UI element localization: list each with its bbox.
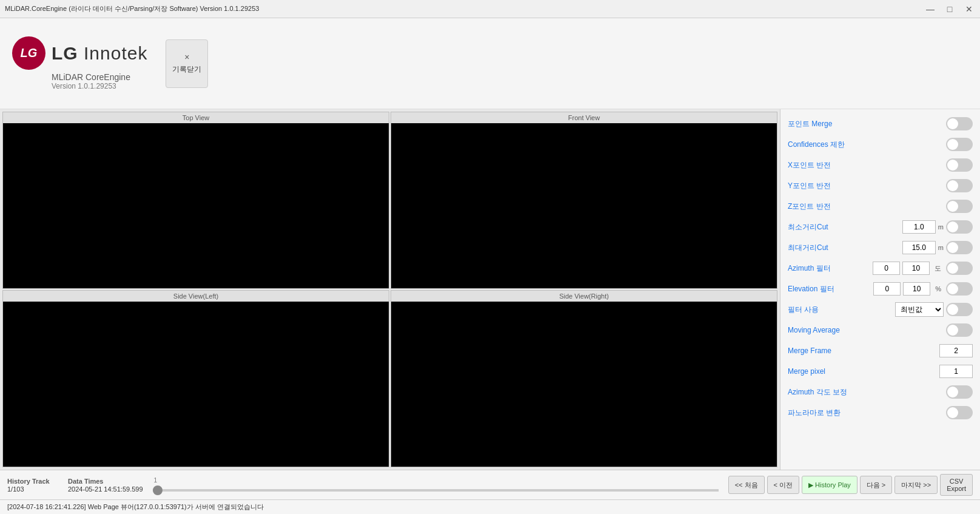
x-point-reverse-label: X포인트 반전: [788, 160, 946, 171]
header: LG LG Innotek MLiDAR CoreEngine Version …: [0, 18, 980, 109]
filter-use-select[interactable]: 최빈값 평균값 최대값 최소값: [895, 302, 944, 317]
record-close-icon: ×: [184, 52, 189, 62]
timeline-slider[interactable]: [153, 489, 719, 492]
azimuth-to-input[interactable]: [902, 262, 930, 275]
elevation-to-input[interactable]: [903, 282, 930, 296]
moving-average-label: Moving Average: [788, 326, 946, 334]
azimuth-filter-toggle[interactable]: [946, 262, 973, 275]
record-tab-label: 기록닫기: [172, 64, 201, 75]
panorama-convert-toggle[interactable]: [946, 406, 973, 419]
filter-use-row: 필터 사용 최빈값 평균값 최대값 최소값: [788, 301, 973, 318]
front-view-canvas: [391, 123, 777, 288]
merge-frame-row: Merge Frame: [788, 342, 973, 359]
azimuth-filter-row: Azimuth 필터 도: [788, 260, 973, 277]
track-info-section: History Track 1/103 Data Times 2024-05-2…: [7, 478, 143, 493]
azimuth-correction-row: Azimuth 각도 보정: [788, 384, 973, 401]
top-view-panel: Top View: [2, 112, 389, 289]
z-point-reverse-label: Z포인트 반전: [788, 201, 946, 212]
record-tab[interactable]: × 기록닫기: [166, 39, 208, 88]
minimize-button[interactable]: —: [924, 3, 936, 15]
azimuth-from-input[interactable]: [873, 262, 900, 275]
azimuth-correction-toggle[interactable]: [946, 385, 973, 399]
point-merge-row: 포인트 Merge: [788, 115, 973, 132]
merge-pixel-label: Merge pixel: [788, 367, 939, 376]
side-view-right-label: Side View(Right): [391, 291, 777, 302]
side-view-right-canvas: [391, 302, 777, 467]
azimuth-filter-label: Azimuth 필터: [788, 263, 873, 274]
confidences-limit-toggle[interactable]: [946, 138, 973, 151]
min-distance-label: 최소거리Cut: [788, 222, 902, 232]
title-bar: MLiDAR.CoreEngine (라이다 데이터 수신/Parsing/저장…: [0, 0, 980, 18]
min-distance-row: 최소거리Cut m: [788, 218, 973, 235]
history-play-button[interactable]: ▶ History Play: [802, 476, 858, 494]
side-view-left-canvas: [3, 302, 389, 467]
app-title: MLiDAR.CoreEngine (라이다 데이터 수신/Parsing/저장…: [5, 4, 259, 13]
first-button[interactable]: << 처음: [728, 476, 765, 494]
history-track-info: History Track 1/103: [7, 478, 56, 493]
merge-pixel-input[interactable]: [939, 365, 973, 378]
point-merge-label: 포인트 Merge: [788, 119, 946, 129]
filter-use-label: 필터 사용: [788, 305, 895, 315]
slider-tick: 1: [154, 477, 158, 484]
data-times-info: Data Times 2024-05-21 14:51:59.599: [68, 478, 143, 493]
y-point-reverse-label: Y포인트 반전: [788, 181, 946, 191]
elevation-filter-inputs: %: [873, 282, 973, 296]
history-track-label: History Track: [7, 478, 56, 485]
merge-pixel-row: Merge pixel: [788, 363, 973, 380]
data-times-label: Data Times: [68, 478, 143, 485]
brand-name: LG Innotek: [52, 43, 147, 64]
max-distance-label: 최대거리Cut: [788, 243, 902, 253]
moving-average-toggle[interactable]: [946, 323, 973, 337]
side-view-left-panel: Side View(Left): [2, 290, 389, 467]
z-point-reverse-toggle[interactable]: [946, 200, 973, 213]
point-merge-toggle[interactable]: [946, 117, 973, 130]
min-distance-unit: m: [938, 223, 944, 231]
azimuth-unit: 도: [935, 264, 941, 273]
elevation-filter-row: Elevation 필터 %: [788, 280, 973, 297]
status-message: [2024-07-18 16:21:41.226] Web Page 뷰어(12…: [7, 503, 264, 510]
views-area: Top View Front View Side View(Left) Side…: [0, 109, 780, 470]
max-distance-toggle[interactable]: [946, 241, 973, 254]
min-distance-input[interactable]: [902, 220, 936, 234]
x-point-reverse-row: X포인트 반전: [788, 157, 973, 174]
logo-area: LG LG Innotek MLiDAR CoreEngine Version …: [12, 36, 147, 90]
elevation-filter-toggle[interactable]: [946, 282, 973, 296]
z-point-reverse-row: Z포인트 반전: [788, 198, 973, 215]
y-point-reverse-toggle[interactable]: [946, 179, 973, 192]
bottom-area: History Track 1/103 Data Times 2024-05-2…: [0, 470, 980, 499]
azimuth-correction-label: Azimuth 각도 보정: [788, 387, 946, 397]
max-distance-row: 최대거리Cut m: [788, 239, 973, 256]
merge-frame-label: Merge Frame: [788, 347, 939, 355]
product-version: Version 1.0.1.29253: [12, 82, 116, 90]
x-point-reverse-toggle[interactable]: [946, 158, 973, 172]
filter-use-toggle[interactable]: [946, 303, 973, 316]
max-distance-unit: m: [938, 244, 944, 251]
csv-export-button[interactable]: CSV Export: [940, 474, 973, 496]
close-button[interactable]: ✕: [963, 3, 975, 15]
confidences-limit-label: Confidences 제한: [788, 140, 946, 150]
last-button[interactable]: 마지막 >>: [894, 476, 938, 494]
panorama-convert-label: 파노라마로 변환: [788, 408, 946, 418]
maximize-button[interactable]: □: [944, 3, 956, 15]
history-track-value: 1/103: [7, 485, 56, 493]
prev-button[interactable]: < 이전: [767, 476, 799, 494]
max-distance-input[interactable]: [902, 241, 936, 254]
bottom-views-row: Side View(Left) Side View(Right): [2, 290, 777, 467]
playback-controls: << 처음 < 이전 ▶ History Play 다음 > 마지막 >> CS…: [728, 473, 973, 497]
product-name: MLiDAR CoreEngine: [12, 72, 130, 82]
data-times-value: 2024-05-21 14:51:59.599: [68, 485, 143, 493]
min-distance-toggle[interactable]: [946, 220, 973, 234]
azimuth-filter-inputs: 도: [873, 262, 973, 275]
elevation-from-input[interactable]: [873, 282, 901, 296]
elevation-unit: %: [935, 285, 941, 293]
top-view-label: Top View: [3, 112, 389, 123]
elevation-filter-label: Elevation 필터: [788, 284, 873, 294]
next-button[interactable]: 다음 >: [860, 476, 892, 494]
merge-frame-input[interactable]: [939, 344, 973, 357]
main-content: Top View Front View Side View(Left) Side…: [0, 109, 980, 470]
front-view-panel: Front View: [391, 112, 777, 289]
side-view-left-label: Side View(Left): [3, 291, 389, 302]
top-view-canvas: [3, 123, 389, 288]
status-bar: [2024-07-18 16:21:41.226] Web Page 뷰어(12…: [0, 499, 980, 514]
lg-logo-icon: LG: [12, 36, 45, 70]
